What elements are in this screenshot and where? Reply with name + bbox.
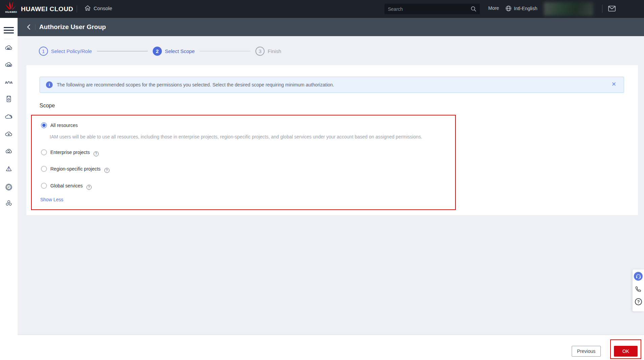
step-finish[interactable]: 3 Finish [255,47,281,56]
page-header: Authorize User Group [18,18,644,36]
console-link[interactable]: Console [84,5,112,11]
step-2-circle: 2 [153,47,162,56]
storage-card-icon[interactable] [5,95,13,103]
autoscaling-wave-icon[interactable] [5,78,13,86]
search-icon[interactable] [471,6,476,12]
search-box[interactable] [385,4,480,14]
chevron-left-icon [26,24,32,30]
annotation-highlight-scope [31,115,456,210]
topbar-divider [602,5,602,13]
step-connector [97,51,148,51]
scope-heading: Scope [40,103,55,109]
step-select-scope[interactable]: 2 Select Scope [153,47,195,56]
radio-unselected-icon[interactable] [41,183,47,189]
cloud-group-icon[interactable] [5,112,13,121]
step-2-label: Select Scope [165,48,195,54]
messages-button[interactable] [608,6,616,11]
eip-icon[interactable]: IP [5,183,13,191]
account-menu-redacted[interactable] [544,2,593,16]
help-icon[interactable]: ? [86,185,92,190]
huawei-flower-icon [5,1,17,10]
cloud-restore-icon[interactable] [5,147,13,155]
cluster-hexagon-icon[interactable] [5,199,13,207]
all-resources-description: IAM users will be able to use all resour… [50,134,452,139]
radio-label: Global services [50,183,83,188]
help-icon[interactable]: ? [104,168,109,173]
banner-close-icon[interactable]: ✕ [612,81,616,87]
radio-unselected-icon[interactable] [41,149,47,155]
radio-option-enterprise-projects[interactable]: Enterprise projects ? [41,149,99,156]
step-1-circle: 1 [39,47,48,56]
ok-button[interactable]: OK [614,346,638,357]
info-icon: i [46,81,53,88]
show-less-link[interactable]: Show Less [40,197,63,202]
wizard-steps: 1 Select Policy/Role 2 Select Scope 3 Fi… [39,47,281,56]
info-banner: i The following are recommended scopes f… [40,77,624,93]
brand-title: HUAWEI CLOUD [21,5,73,13]
radio-selected-icon[interactable] [41,122,47,128]
cloud-server-icon[interactable] [5,44,13,52]
radio-label: Enterprise projects [50,150,90,155]
previous-button[interactable]: Previous [572,346,601,357]
radio-option-region-specific-projects[interactable]: Region-specific projects ? [41,165,109,172]
customer-service-button[interactable] [634,272,643,281]
eip-label: IP [7,186,10,189]
cloud-image-icon[interactable] [5,61,13,69]
more-label: More [488,5,499,11]
footer-bar: Previous OK [18,335,644,360]
search-input[interactable] [388,6,471,12]
header-divider [35,24,35,30]
info-banner-text: The following are recommended scopes for… [57,82,334,87]
step-3-circle: 3 [255,47,265,56]
radio-option-global-services[interactable]: Global services ? [41,182,92,189]
language-selector[interactable]: Intl-English [505,5,537,11]
help-icon[interactable]: ? [94,151,99,156]
cone-arrow-icon[interactable] [5,165,13,173]
radio-label: Region-specific projects [50,166,101,172]
help-widget-button[interactable]: ? [635,298,642,305]
top-nav-bar: HUAWEI HUAWEI CLOUD Console More Intl-En… [0,0,644,18]
radio-unselected-icon[interactable] [41,166,47,172]
home-icon [84,5,91,11]
headset-icon [636,274,641,279]
radio-option-all-resources[interactable]: All resources [41,122,78,129]
scope-card: i The following are recommended scopes f… [26,65,638,215]
mail-icon [608,6,616,11]
globe-icon [505,5,512,11]
huawei-logo-word: HUAWEI [5,10,17,14]
page-title: Authorize User Group [39,23,106,31]
topbar-divider [77,5,77,12]
huawei-logo[interactable]: HUAWEI [3,1,19,17]
language-label: Intl-English [514,6,537,11]
phone-icon [635,286,642,292]
step-1-label: Select Policy/Role [51,48,92,54]
sidebar-divider [4,39,13,39]
question-icon: ? [637,299,640,304]
back-button[interactable] [26,24,32,30]
step-connector [200,51,250,51]
step-3-label: Finish [268,48,281,54]
support-side-widget: ? [633,269,644,311]
cloud-upload-icon[interactable] [5,130,13,138]
more-menu[interactable]: More [488,5,499,11]
step-select-policy-role[interactable]: 1 Select Policy/Role [39,47,92,56]
console-label: Console [94,5,112,11]
left-sidebar: IP [0,18,18,360]
radio-label: All resources [50,123,78,128]
menu-hamburger-icon[interactable] [4,27,14,33]
hotline-button[interactable] [634,285,643,293]
